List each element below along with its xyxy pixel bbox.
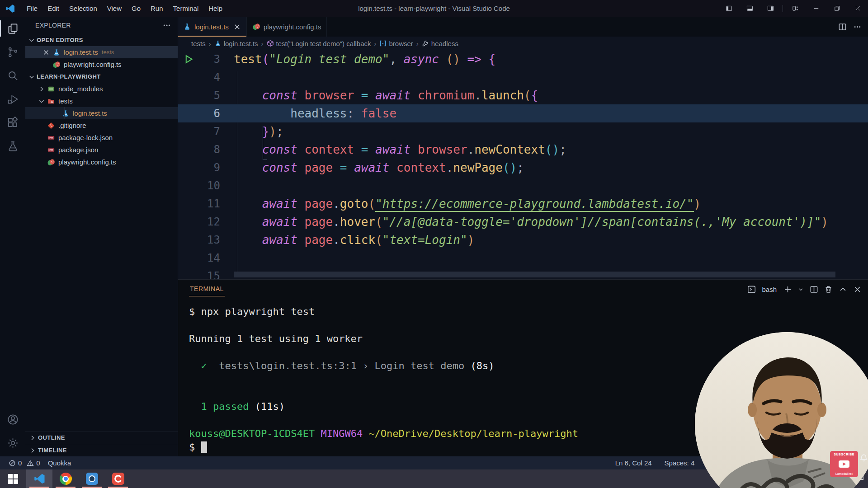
ts-test-icon [52,48,61,56]
run-test-icon[interactable] [183,54,194,65]
tree-item-login.test.ts[interactable]: login.test.ts [25,107,178,119]
activity-settings[interactable] [0,431,25,455]
menu-bar: FileEditSelectionViewGoRunTerminalHelp [22,3,227,14]
horizontal-scrollbar[interactable] [234,272,835,277]
tree-item-package-lock.json[interactable]: package-lock.json [25,131,178,144]
restore-button[interactable] [826,0,847,17]
problems-indicator[interactable]: 0 0 [6,459,42,467]
activity-testing[interactable] [0,134,25,158]
timeline-section[interactable]: TIMELINE [25,444,178,456]
kill-terminal-icon[interactable] [824,285,833,294]
camtasia-icon [112,473,124,485]
subscribe-sticker: SUBSCRIBE LambdaTest [830,451,858,477]
symbol-cube-icon [267,40,274,47]
open-editors-header[interactable]: OPEN EDITORS [25,34,178,46]
line-number: 10 [178,179,220,192]
status-item[interactable]: Ln 6, Col 24 [615,459,652,467]
playwright-icon [47,158,55,166]
split-terminal-icon[interactable] [810,285,818,294]
code-line-6: 6 headless: false [178,104,868,122]
menu-terminal[interactable]: Terminal [168,3,204,14]
maximize-panel-icon[interactable] [839,285,847,294]
activity-search[interactable] [0,64,25,87]
more-actions-icon[interactable] [162,21,171,30]
taskbar-app-vscode[interactable] [26,469,52,488]
ts-test-icon [214,40,222,47]
activity-extensions[interactable] [0,111,25,134]
activity-run-debug[interactable] [0,87,25,111]
activity-source-control[interactable] [0,40,25,64]
menu-view[interactable]: View [102,3,127,14]
line-number: 4 [178,71,220,84]
terminal-dropdown-icon[interactable] [798,285,804,294]
quokka-status[interactable]: Quokka [46,459,74,467]
tree-item-tests[interactable]: tests [25,95,178,107]
tree-item-node_modules[interactable]: node_modules [25,83,178,95]
activity-accounts[interactable] [0,408,25,431]
tree-item-playwright.config.ts[interactable]: playwright.config.ts [25,156,178,168]
editor-more-actions-icon[interactable] [853,23,862,31]
code-editor[interactable]: 3test("Login test demo", async () => {45… [178,50,868,279]
outline-label: OUTLINE [38,434,65,441]
tab-terminal[interactable]: TERMINAL [189,282,225,296]
new-terminal-icon[interactable] [783,285,792,294]
taskbar-app-chrome[interactable] [52,469,79,488]
toggle-sidebar-icon[interactable] [718,0,739,17]
breadcrumb-separator: › [416,40,419,47]
chrome-icon [60,473,72,485]
code-line-11: 11 await page.goto("https://ecommerce-pl… [178,195,868,213]
menu-file[interactable]: File [22,3,42,14]
tab-playwright.config.ts[interactable]: playwright.config.ts [247,17,327,37]
open-editor-item[interactable]: playwright.config.ts [25,58,178,70]
menu-help[interactable]: Help [203,3,227,14]
close-tab-icon[interactable] [233,23,241,31]
code-text: await page.hover("//a[@data-toggle='drop… [234,215,828,229]
close-button[interactable] [847,0,868,17]
menu-edit[interactable]: Edit [42,3,64,14]
minimize-button[interactable] [806,0,826,17]
close-panel-icon[interactable] [853,285,862,294]
title-bar: FileEditSelectionViewGoRunTerminalHelp l… [0,0,868,17]
toggle-panel-icon[interactable] [739,0,760,17]
activity-explorer[interactable] [0,17,25,40]
bash-terminal-icon [747,285,756,294]
menu-go[interactable]: Go [127,3,146,14]
code-line-3: 3test("Login test demo", async () => { [178,50,868,68]
npm-icon [47,146,55,154]
activity-bar [0,17,25,456]
breadcrumb-item[interactable]: headless [422,40,458,47]
taskbar-app-camera-app[interactable] [79,469,105,488]
start-button[interactable] [0,469,26,488]
subscribe-label: SUBSCRIBE [834,453,854,456]
tree-item-package.json[interactable]: package.json [25,144,178,156]
line-number: 8 [178,143,220,156]
open-editor-item[interactable]: login.test.tstests [25,46,178,58]
outline-section[interactable]: OUTLINE [25,431,178,444]
taskbar-app-camtasia[interactable] [105,469,131,488]
explorer-sidebar: EXPLORER OPEN EDITORSlogin.test.tstestsp… [25,17,178,456]
breadcrumb-item[interactable]: login.test.ts [214,40,258,47]
split-editor-icon[interactable] [838,23,847,31]
breadcrumb-item[interactable]: test("Login test demo") callback [267,40,371,47]
menu-selection[interactable]: Selection [64,3,102,14]
symbol-bracket-icon [379,40,387,47]
ts-test-icon [61,109,70,117]
code-text: const page = await context.newPage(); [234,161,524,174]
customize-layout-icon[interactable] [785,0,806,17]
menu-run[interactable]: Run [146,3,168,14]
shell-label[interactable]: bash [762,286,777,293]
editor-area[interactable]: login.test.tsplaywright.config.ts tests›… [178,17,868,279]
toggle-secondary-sidebar-icon[interactable] [760,0,781,17]
close-editor-icon[interactable] [42,49,50,56]
accounts-icon [7,413,19,426]
breadcrumb-separator: › [374,40,376,47]
tree-item-.gitignore[interactable]: .gitignore [25,119,178,131]
breadcrumb-item[interactable]: browser [379,40,413,47]
tab-login.test.ts[interactable]: login.test.ts [178,17,247,37]
search-icon [7,70,19,82]
code-text: test("Login test demo", async () => { [234,52,495,66]
chevron-down-icon [28,37,35,44]
breadcrumb-item[interactable]: tests [191,40,206,47]
project-root-header[interactable]: LEARN-PLAYWRIGHT [25,70,178,83]
status-item[interactable]: Spaces: 4 [665,459,695,467]
